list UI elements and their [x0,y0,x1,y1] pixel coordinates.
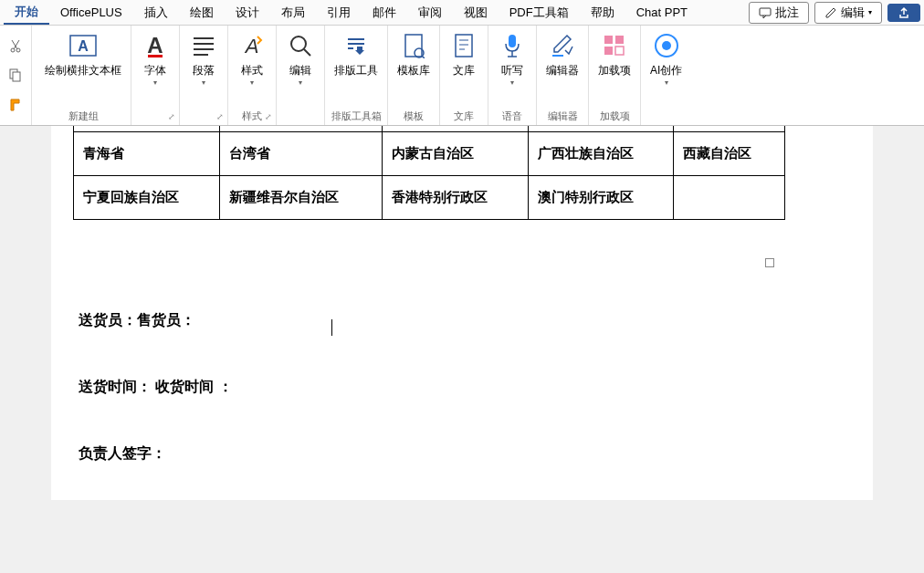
voice-group: 听写 ▾ 语音 [488,26,537,125]
editor-group: 编辑器 编辑器 [537,26,589,125]
tab-officeplus[interactable]: OfficePLUS [49,3,133,22]
table-cell[interactable]: 西藏自治区 [674,131,785,175]
template-label: 模板库 [397,64,430,77]
share-button[interactable] [887,4,920,22]
tab-reference[interactable]: 引用 [316,2,362,24]
ai-group: AI创作 ▾ [641,26,691,125]
svg-rect-32 [604,47,613,55]
table-cell[interactable]: 内蒙古自治区 [383,131,529,175]
svg-text:A: A [147,33,163,57]
pencil-icon [824,6,837,19]
edit-group: 编辑 ▾ [277,26,325,125]
tab-view[interactable]: 视图 [453,2,499,24]
svg-rect-33 [615,47,624,55]
editor-button[interactable]: 编辑器 [537,26,588,109]
addin-group-label: 加载项 [589,109,640,123]
font-button[interactable]: A 字体 ▾ [131,26,179,109]
voice-group-label: 语音 [488,109,536,123]
layout-tools-label: 排版工具 [334,64,378,77]
wenku-label: 文库 [453,64,475,77]
dictate-label: 听写 [501,64,523,77]
template-group: 模板库 模板 [388,26,440,125]
svg-point-35 [662,41,671,50]
textbox-button[interactable]: A 绘制横排文本框 [36,26,131,109]
share-icon [898,6,910,19]
paragraph-button[interactable]: 段落 ▾ [180,26,227,109]
wenku-group: 文库 文库 [440,26,488,125]
svg-rect-26 [509,35,516,47]
tab-pdf[interactable]: PDF工具箱 [499,2,580,24]
tab-insert[interactable]: 插入 [133,2,179,24]
textbox-label: 绘制横排文本框 [45,64,121,77]
doc-line-1[interactable]: 送货员：售货员： [79,311,845,330]
table-cell[interactable]: 新疆维吾尔自治区 [219,175,383,219]
styles-button[interactable]: A 样式 ▾ [228,26,276,109]
font-icon: A [141,31,170,60]
edit-ribbon-button[interactable]: 编辑 ▾ [277,26,324,109]
tab-help[interactable]: 帮助 [580,2,625,24]
addin-label: 加载项 [598,64,631,77]
layout-tools-group: 排版工具 排版工具箱 [325,26,388,125]
brush-icon [8,98,23,112]
comment-icon [759,6,772,19]
tab-start[interactable]: 开始 [4,1,49,25]
table-resize-handle[interactable] [765,258,774,267]
font-launcher[interactable]: ⤢ [168,112,175,121]
dictate-button[interactable]: 听写 ▾ [488,26,536,109]
svg-line-21 [423,57,425,58]
cut-button[interactable] [7,37,24,54]
ai-button[interactable]: AI创作 ▾ [641,26,691,109]
scissors-icon [8,38,23,53]
svg-rect-0 [760,8,771,16]
ai-icon [652,31,681,60]
table-cell[interactable] [674,175,785,219]
paragraph-launcher[interactable]: ⤢ [216,112,224,121]
editor-group-label: 编辑器 [537,109,588,123]
layout-tools-button[interactable]: 排版工具 [325,26,387,109]
chevron-down-icon: ▾ [202,78,205,87]
svg-text:A: A [78,38,89,54]
edit-button[interactable]: 编辑 ▾ [814,2,882,24]
doc-line-3[interactable]: 负责人签字： [79,444,845,464]
copy-button[interactable] [7,67,24,83]
ribbon: 反 A 绘制横排文本框 新建组 A 字体 ▾ ⤢ [0,26,924,126]
layout-tools-group-label: 排版工具箱 [325,109,387,123]
table-cell[interactable]: 宁夏回族自治区 [74,175,220,219]
styles-launcher[interactable]: ⤢ [265,112,272,121]
table-cell[interactable]: 青海省 [74,131,220,175]
svg-rect-22 [456,35,472,57]
tab-design[interactable]: 设计 [225,2,270,24]
format-painter-button[interactable] [7,97,24,113]
wenku-button[interactable]: 文库 [440,26,488,109]
svg-point-1 [11,48,15,52]
table-cell[interactable]: 澳门特别行政区 [528,175,674,219]
tab-chatppt[interactable]: Chat PPT [625,3,698,22]
styles-icon: A [237,31,267,60]
newgroup-group: A 绘制横排文本框 新建组 [36,26,131,125]
quick-access [0,26,32,125]
tab-layout[interactable]: 布局 [270,2,316,24]
svg-line-15 [304,49,310,56]
table-cell[interactable]: 广西壮族自治区 [528,131,674,175]
tab-review[interactable]: 审阅 [407,2,453,24]
template-button[interactable]: 模板库 [388,26,439,109]
font-label: 字体 [144,64,166,77]
newgroup-label: 新建组 [36,109,131,123]
edit-label: 编辑 [841,5,865,21]
table-cell[interactable]: 香港特别行政区 [383,175,529,219]
svg-rect-30 [604,36,613,44]
wenku-icon [449,31,478,60]
region-table[interactable]: 青海省 台湾省 内蒙古自治区 广西壮族自治区 西藏自治区 宁夏回族自治区 新疆维… [73,126,785,220]
addin-button[interactable]: 加载项 [589,26,640,109]
tab-mail[interactable]: 邮件 [362,2,407,24]
page: 青海省 台湾省 内蒙古自治区 广西壮族自治区 西藏自治区 宁夏回族自治区 新疆维… [51,126,873,500]
styles-btn-label: 样式 [241,64,263,77]
document-area[interactable]: 青海省 台湾省 内蒙古自治区 广西壮族自治区 西藏自治区 宁夏回族自治区 新疆维… [0,126,924,573]
chevron-down-icon: ▾ [665,78,668,87]
tab-draw[interactable]: 绘图 [179,2,225,24]
styles-group: A 样式 ▾ 样式 ⤢ [228,26,277,125]
comment-button[interactable]: 批注 [749,2,809,24]
table-cell[interactable]: 台湾省 [219,131,383,175]
template-group-label: 模板 [388,109,439,123]
doc-line-2[interactable]: 送货时间： 收货时间 ： [79,378,845,397]
